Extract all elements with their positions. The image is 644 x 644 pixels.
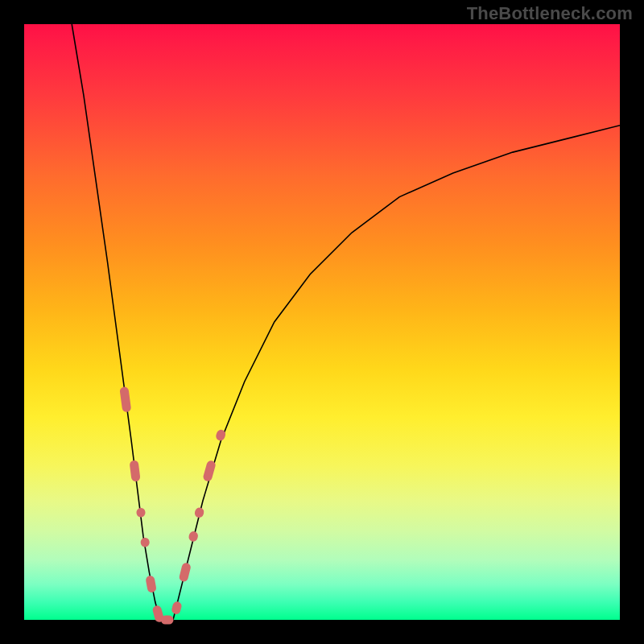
curve-right-arm <box>173 126 620 620</box>
curve-marker <box>119 386 131 413</box>
curve-marker <box>140 537 151 547</box>
curve-marker <box>202 460 217 482</box>
curve-marker <box>171 601 182 615</box>
chart-plot-area <box>24 24 620 620</box>
chart-curves-layer <box>24 24 620 620</box>
curve-marker <box>179 562 192 582</box>
curve-marker <box>136 507 147 518</box>
curve-left-arm <box>72 24 160 620</box>
curve-marker <box>161 616 174 625</box>
curve-marker <box>130 460 141 481</box>
chart-frame: TheBottleneck.com <box>0 0 644 644</box>
curve-marker <box>188 530 199 543</box>
watermark-text: TheBottleneck.com <box>467 3 633 24</box>
curve-marker <box>145 575 157 593</box>
curve-marker <box>194 506 205 518</box>
